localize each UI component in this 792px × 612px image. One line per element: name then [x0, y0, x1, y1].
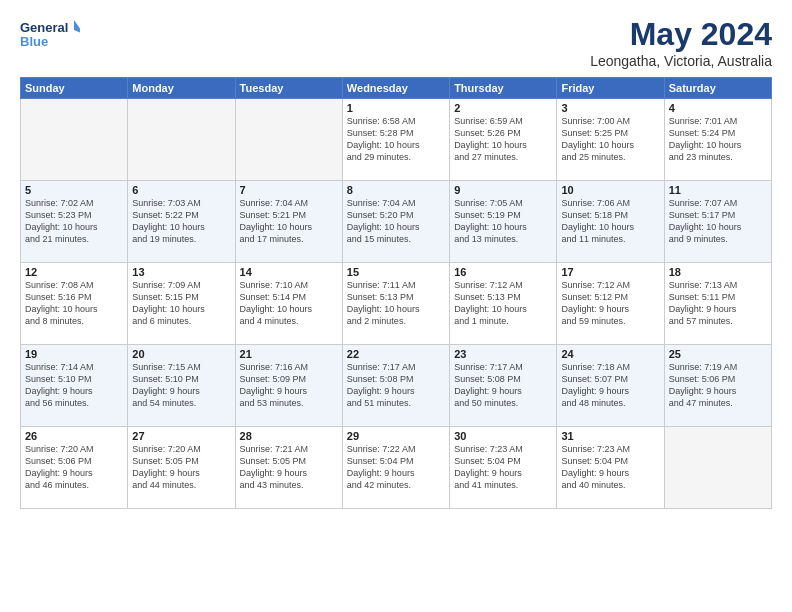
weekday-header-sunday: Sunday	[21, 78, 128, 99]
logo: General Blue	[20, 16, 80, 56]
day-info: Sunrise: 7:19 AMSunset: 5:06 PMDaylight:…	[669, 361, 767, 410]
day-info: Sunrise: 7:02 AMSunset: 5:23 PMDaylight:…	[25, 197, 123, 246]
day-info: Sunrise: 7:14 AMSunset: 5:10 PMDaylight:…	[25, 361, 123, 410]
weekday-header-friday: Friday	[557, 78, 664, 99]
calendar-cell: 24Sunrise: 7:18 AMSunset: 5:07 PMDayligh…	[557, 345, 664, 427]
day-info: Sunrise: 7:21 AMSunset: 5:05 PMDaylight:…	[240, 443, 338, 492]
calendar-cell: 10Sunrise: 7:06 AMSunset: 5:18 PMDayligh…	[557, 181, 664, 263]
calendar-cell	[21, 99, 128, 181]
calendar-cell: 2Sunrise: 6:59 AMSunset: 5:26 PMDaylight…	[450, 99, 557, 181]
calendar-week-1: 1Sunrise: 6:58 AMSunset: 5:28 PMDaylight…	[21, 99, 772, 181]
day-info: Sunrise: 7:09 AMSunset: 5:15 PMDaylight:…	[132, 279, 230, 328]
day-info: Sunrise: 7:00 AMSunset: 5:25 PMDaylight:…	[561, 115, 659, 164]
calendar-cell: 21Sunrise: 7:16 AMSunset: 5:09 PMDayligh…	[235, 345, 342, 427]
day-number: 15	[347, 266, 445, 278]
day-info: Sunrise: 7:04 AMSunset: 5:21 PMDaylight:…	[240, 197, 338, 246]
day-number: 6	[132, 184, 230, 196]
calendar-cell: 25Sunrise: 7:19 AMSunset: 5:06 PMDayligh…	[664, 345, 771, 427]
day-info: Sunrise: 7:20 AMSunset: 5:06 PMDaylight:…	[25, 443, 123, 492]
day-info: Sunrise: 7:07 AMSunset: 5:17 PMDaylight:…	[669, 197, 767, 246]
day-number: 9	[454, 184, 552, 196]
day-number: 19	[25, 348, 123, 360]
calendar-cell	[128, 99, 235, 181]
day-number: 25	[669, 348, 767, 360]
day-info: Sunrise: 7:23 AMSunset: 5:04 PMDaylight:…	[454, 443, 552, 492]
day-number: 16	[454, 266, 552, 278]
day-number: 31	[561, 430, 659, 442]
day-number: 28	[240, 430, 338, 442]
calendar-cell: 17Sunrise: 7:12 AMSunset: 5:12 PMDayligh…	[557, 263, 664, 345]
day-number: 23	[454, 348, 552, 360]
day-info: Sunrise: 7:03 AMSunset: 5:22 PMDaylight:…	[132, 197, 230, 246]
calendar-cell: 23Sunrise: 7:17 AMSunset: 5:08 PMDayligh…	[450, 345, 557, 427]
day-info: Sunrise: 6:59 AMSunset: 5:26 PMDaylight:…	[454, 115, 552, 164]
day-number: 7	[240, 184, 338, 196]
day-number: 30	[454, 430, 552, 442]
calendar-cell: 20Sunrise: 7:15 AMSunset: 5:10 PMDayligh…	[128, 345, 235, 427]
calendar-cell: 30Sunrise: 7:23 AMSunset: 5:04 PMDayligh…	[450, 427, 557, 509]
weekday-header-tuesday: Tuesday	[235, 78, 342, 99]
day-number: 13	[132, 266, 230, 278]
day-info: Sunrise: 7:10 AMSunset: 5:14 PMDaylight:…	[240, 279, 338, 328]
weekday-header-saturday: Saturday	[664, 78, 771, 99]
day-number: 17	[561, 266, 659, 278]
day-number: 18	[669, 266, 767, 278]
day-info: Sunrise: 7:06 AMSunset: 5:18 PMDaylight:…	[561, 197, 659, 246]
day-info: Sunrise: 7:17 AMSunset: 5:08 PMDaylight:…	[347, 361, 445, 410]
day-info: Sunrise: 7:18 AMSunset: 5:07 PMDaylight:…	[561, 361, 659, 410]
day-info: Sunrise: 7:20 AMSunset: 5:05 PMDaylight:…	[132, 443, 230, 492]
svg-text:Blue: Blue	[20, 34, 48, 49]
main-title: May 2024	[590, 16, 772, 53]
weekday-header-thursday: Thursday	[450, 78, 557, 99]
calendar-cell: 29Sunrise: 7:22 AMSunset: 5:04 PMDayligh…	[342, 427, 449, 509]
calendar-cell: 9Sunrise: 7:05 AMSunset: 5:19 PMDaylight…	[450, 181, 557, 263]
weekday-header-row: SundayMondayTuesdayWednesdayThursdayFrid…	[21, 78, 772, 99]
day-number: 29	[347, 430, 445, 442]
calendar-week-3: 12Sunrise: 7:08 AMSunset: 5:16 PMDayligh…	[21, 263, 772, 345]
weekday-header-monday: Monday	[128, 78, 235, 99]
calendar-week-4: 19Sunrise: 7:14 AMSunset: 5:10 PMDayligh…	[21, 345, 772, 427]
calendar-page: General Blue May 2024 Leongatha, Victori…	[0, 0, 792, 612]
day-number: 3	[561, 102, 659, 114]
day-number: 26	[25, 430, 123, 442]
day-number: 20	[132, 348, 230, 360]
day-number: 22	[347, 348, 445, 360]
day-info: Sunrise: 7:12 AMSunset: 5:13 PMDaylight:…	[454, 279, 552, 328]
calendar-cell	[664, 427, 771, 509]
calendar-cell: 18Sunrise: 7:13 AMSunset: 5:11 PMDayligh…	[664, 263, 771, 345]
day-number: 1	[347, 102, 445, 114]
calendar-cell: 16Sunrise: 7:12 AMSunset: 5:13 PMDayligh…	[450, 263, 557, 345]
calendar-cell: 3Sunrise: 7:00 AMSunset: 5:25 PMDaylight…	[557, 99, 664, 181]
day-number: 10	[561, 184, 659, 196]
weekday-header-wednesday: Wednesday	[342, 78, 449, 99]
calendar-cell: 6Sunrise: 7:03 AMSunset: 5:22 PMDaylight…	[128, 181, 235, 263]
calendar-cell: 22Sunrise: 7:17 AMSunset: 5:08 PMDayligh…	[342, 345, 449, 427]
day-info: Sunrise: 7:01 AMSunset: 5:24 PMDaylight:…	[669, 115, 767, 164]
calendar-cell: 13Sunrise: 7:09 AMSunset: 5:15 PMDayligh…	[128, 263, 235, 345]
svg-text:General: General	[20, 20, 68, 35]
day-info: Sunrise: 7:15 AMSunset: 5:10 PMDaylight:…	[132, 361, 230, 410]
day-number: 4	[669, 102, 767, 114]
calendar-cell: 14Sunrise: 7:10 AMSunset: 5:14 PMDayligh…	[235, 263, 342, 345]
day-info: Sunrise: 7:22 AMSunset: 5:04 PMDaylight:…	[347, 443, 445, 492]
day-info: Sunrise: 7:08 AMSunset: 5:16 PMDaylight:…	[25, 279, 123, 328]
day-info: Sunrise: 7:04 AMSunset: 5:20 PMDaylight:…	[347, 197, 445, 246]
day-info: Sunrise: 7:16 AMSunset: 5:09 PMDaylight:…	[240, 361, 338, 410]
calendar-week-2: 5Sunrise: 7:02 AMSunset: 5:23 PMDaylight…	[21, 181, 772, 263]
day-info: Sunrise: 7:12 AMSunset: 5:12 PMDaylight:…	[561, 279, 659, 328]
calendar-cell: 4Sunrise: 7:01 AMSunset: 5:24 PMDaylight…	[664, 99, 771, 181]
calendar-cell: 15Sunrise: 7:11 AMSunset: 5:13 PMDayligh…	[342, 263, 449, 345]
calendar-cell: 8Sunrise: 7:04 AMSunset: 5:20 PMDaylight…	[342, 181, 449, 263]
logo-svg: General Blue	[20, 16, 80, 56]
calendar-cell: 26Sunrise: 7:20 AMSunset: 5:06 PMDayligh…	[21, 427, 128, 509]
calendar-week-5: 26Sunrise: 7:20 AMSunset: 5:06 PMDayligh…	[21, 427, 772, 509]
day-info: Sunrise: 7:13 AMSunset: 5:11 PMDaylight:…	[669, 279, 767, 328]
day-number: 2	[454, 102, 552, 114]
calendar-cell: 19Sunrise: 7:14 AMSunset: 5:10 PMDayligh…	[21, 345, 128, 427]
day-number: 21	[240, 348, 338, 360]
day-number: 27	[132, 430, 230, 442]
day-number: 14	[240, 266, 338, 278]
calendar-table: SundayMondayTuesdayWednesdayThursdayFrid…	[20, 77, 772, 509]
day-info: Sunrise: 7:05 AMSunset: 5:19 PMDaylight:…	[454, 197, 552, 246]
day-info: Sunrise: 7:23 AMSunset: 5:04 PMDaylight:…	[561, 443, 659, 492]
